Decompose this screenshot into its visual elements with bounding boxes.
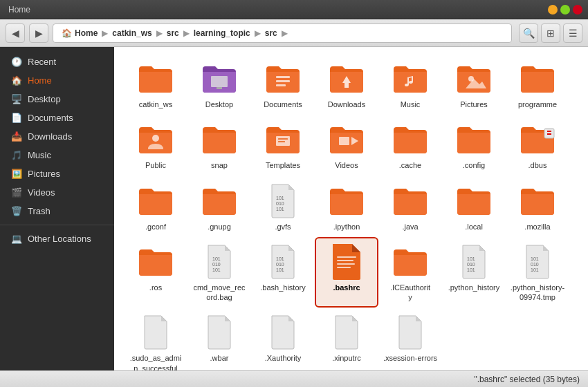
file-music[interactable]: Music — [380, 55, 441, 113]
file-python_history2[interactable]: 101 010 101 .python_history-09974.tmp — [507, 238, 568, 307]
menu-button[interactable]: ☰ — [563, 23, 582, 43]
file-label-mozilla: .mozilla — [524, 222, 550, 232]
file-label-snap: snap — [211, 160, 228, 170]
sidebar-item-other-locations[interactable]: 💻 Other Locations — [0, 229, 114, 248]
svg-text:101: 101 — [276, 207, 284, 211]
sidebar-item-videos[interactable]: 🎬 Videos — [0, 183, 114, 202]
file-local[interactable]: .local — [443, 178, 504, 236]
doc-icon-wbar — [200, 313, 239, 352]
doc-icon-xinputrc — [327, 313, 366, 352]
breadcrumb-home[interactable]: 🏠 Home — [57, 27, 102, 39]
file-xinputrc[interactable]: .xinputrc — [316, 309, 377, 370]
file-label-iceauthority: .ICEauthority — [390, 283, 430, 303]
file-wbar[interactable]: .wbar — [189, 309, 250, 370]
folder-icon-gnupg — [200, 182, 239, 220]
file-cache[interactable]: .cache — [380, 116, 441, 174]
file-label-ros: .ros — [149, 283, 162, 292]
file-gconf[interactable]: .gconf — [125, 178, 186, 236]
folder-icon-catkin_ws — [136, 59, 175, 98]
doc-icon-sudo_admin — [136, 313, 175, 352]
titlebar-title: Home — [8, 5, 30, 15]
file-bash_history[interactable]: 101 010 101 .bash_history — [252, 238, 313, 307]
doc-icon-xauthority — [264, 313, 302, 352]
svg-point-8 — [152, 135, 159, 142]
file-templates[interactable]: Templates — [252, 116, 313, 174]
file-snap[interactable]: snap — [189, 116, 250, 174]
file-gvfs[interactable]: 101 010 101 .gvfs — [252, 178, 313, 236]
breadcrumb-src[interactable]: src — [163, 27, 183, 39]
file-label-programme: programme — [518, 100, 557, 109]
file-label-xauthority: .Xauthority — [265, 353, 302, 363]
file-bashrc[interactable]: .bashrc — [316, 238, 377, 307]
sidebar-item-trash[interactable]: 🗑️ Trash — [0, 202, 114, 220]
forward-button[interactable]: ▶ — [29, 23, 48, 43]
file-java[interactable]: .java — [380, 178, 441, 236]
folder-icon-gconf — [136, 182, 175, 220]
sidebar-item-recent[interactable]: 🕐 Recent — [0, 53, 114, 71]
file-iceauthority[interactable]: .ICEauthority — [380, 238, 441, 307]
file-dbus[interactable]: .dbus — [507, 116, 568, 174]
file-catkin_ws[interactable]: catkin_ws — [125, 55, 186, 113]
file-label-bashrc: .bashrc — [333, 283, 360, 292]
svg-rect-4 — [276, 84, 286, 86]
view-button[interactable]: ⊞ — [541, 23, 560, 43]
folder-icon-programme — [518, 59, 557, 98]
close-button[interactable] — [573, 5, 582, 15]
recent-icon: 🕐 — [11, 57, 22, 67]
file-xsession_errors[interactable]: .xsession-errors — [380, 309, 441, 370]
svg-text:010: 010 — [467, 262, 475, 267]
file-label-python_history: .python_history — [448, 283, 500, 292]
toolbar-actions: 🔍 ⊞ ☰ — [519, 23, 582, 43]
file-ipython[interactable]: .ipython — [316, 178, 377, 236]
file-gnupg[interactable]: .gnupg — [189, 178, 250, 236]
file-label-config: .config — [463, 160, 485, 170]
file-cmd_move[interactable]: 101 010 101 cmd_move_record.bag — [189, 238, 250, 307]
svg-text:101: 101 — [212, 256, 221, 261]
file-public[interactable]: Public — [125, 116, 186, 174]
file-python_history[interactable]: 101 010 101 .python_history — [443, 238, 504, 307]
folder-icon-documents — [264, 59, 302, 98]
file-videos[interactable]: Videos — [316, 116, 377, 174]
file-downloads[interactable]: Downloads — [316, 55, 377, 113]
folder-icon-local — [454, 182, 493, 220]
back-button[interactable]: ◀ — [6, 23, 25, 43]
sidebar-item-documents[interactable]: 📄 Documents — [0, 108, 114, 127]
file-config[interactable]: .config — [443, 116, 504, 174]
maximize-button[interactable] — [560, 5, 570, 15]
sidebar-item-music[interactable]: 🎵 Music — [0, 146, 114, 164]
file-label-music: Music — [401, 100, 421, 109]
file-mozilla[interactable]: .mozilla — [507, 178, 568, 236]
file-sudo_admin[interactable]: .sudo_as_admin_successful — [125, 309, 186, 370]
file-programme[interactable]: programme — [507, 55, 568, 113]
breadcrumb-learning[interactable]: learning_topic — [190, 27, 255, 39]
sidebar-item-desktop[interactable]: 🖥️ Desktop — [0, 90, 114, 108]
folder-icon-pictures — [454, 59, 493, 98]
breadcrumb-catkin[interactable]: catkin_ws — [108, 27, 156, 39]
svg-rect-28 — [337, 263, 355, 265]
breadcrumb-sep-3: ▶ — [183, 28, 190, 38]
file-ros[interactable]: .ros — [125, 238, 186, 307]
svg-rect-26 — [337, 256, 356, 258]
file-pictures[interactable]: Pictures — [443, 55, 504, 113]
minimize-button[interactable] — [548, 5, 558, 15]
file-desktop[interactable]: Desktop — [189, 55, 250, 113]
file-documents[interactable]: Documents — [252, 55, 313, 113]
window-controls — [548, 5, 582, 15]
sidebar-item-pictures[interactable]: 🖼️ Pictures — [0, 164, 114, 183]
breadcrumb-src2[interactable]: src — [261, 27, 282, 39]
sidebar-item-downloads[interactable]: 📥 Downloads — [0, 127, 114, 146]
file-label-catkin_ws: catkin_ws — [139, 100, 172, 109]
folder-icon-snap — [200, 120, 239, 159]
svg-text:101: 101 — [531, 267, 539, 272]
svg-rect-11 — [278, 141, 285, 142]
file-xauthority[interactable]: .Xauthority — [252, 309, 313, 370]
home-sidebar-icon: 🏠 — [11, 75, 22, 86]
svg-text:101: 101 — [276, 256, 284, 261]
file-label-gnupg: .gnupg — [208, 222, 231, 232]
folder-icon-templates — [264, 120, 302, 159]
sidebar-item-home[interactable]: 🏠 Home — [0, 71, 114, 90]
pictures-icon: 🖼️ — [11, 169, 22, 179]
search-button[interactable]: 🔍 — [519, 23, 538, 43]
folder-icon-mozilla — [518, 182, 557, 220]
svg-text:010: 010 — [212, 262, 221, 267]
